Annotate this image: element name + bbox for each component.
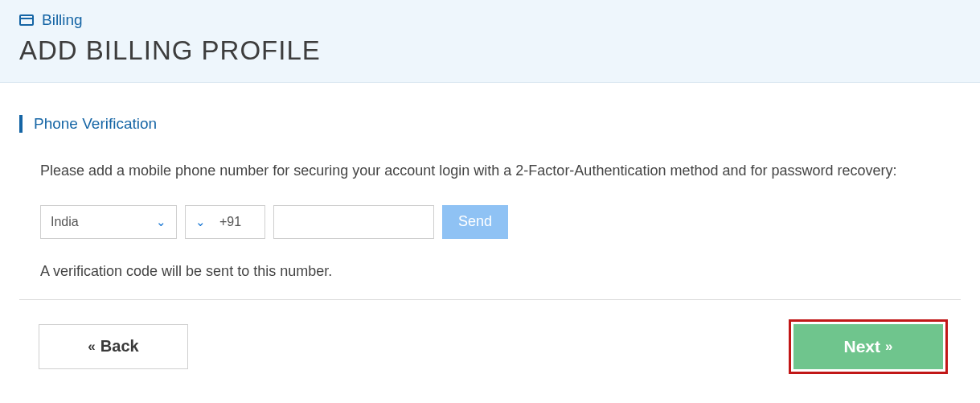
breadcrumb[interactable]: Billing	[19, 11, 961, 29]
billing-card-icon	[19, 14, 34, 26]
country-select[interactable]: India ⌄	[40, 205, 177, 239]
section-title: Phone Verification	[34, 115, 157, 133]
dial-code-select[interactable]: ⌄ +91	[185, 205, 265, 239]
next-button[interactable]: Next »	[793, 324, 943, 369]
section-accent-bar	[19, 115, 23, 133]
chevron-right-icon: »	[885, 339, 892, 353]
page-header: Billing ADD BILLING PROFILE	[0, 0, 980, 83]
page-title: ADD BILLING PROFILE	[19, 35, 961, 66]
divider	[19, 299, 961, 300]
back-button-label: Back	[100, 337, 139, 356]
phone-number-input[interactable]	[273, 205, 434, 239]
back-button[interactable]: « Back	[39, 324, 188, 369]
send-button[interactable]: Send	[442, 205, 508, 239]
next-button-label: Next	[844, 337, 881, 356]
country-select-value: India	[51, 215, 79, 229]
instruction-text: Please add a mobile phone number for sec…	[40, 160, 933, 183]
verification-hint: A verification code will be sent to this…	[40, 263, 961, 280]
section-header: Phone Verification	[19, 115, 961, 133]
phone-input-row: India ⌄ ⌄ +91 Send	[40, 205, 961, 239]
chevron-left-icon: «	[88, 339, 95, 353]
chevron-down-icon: ⌄	[195, 216, 206, 228]
footer-actions: « Back Next »	[19, 319, 961, 387]
chevron-down-icon: ⌄	[156, 216, 166, 228]
breadcrumb-label: Billing	[42, 11, 83, 29]
next-button-highlight: Next »	[789, 319, 948, 374]
dial-code-value: +91	[206, 215, 255, 229]
